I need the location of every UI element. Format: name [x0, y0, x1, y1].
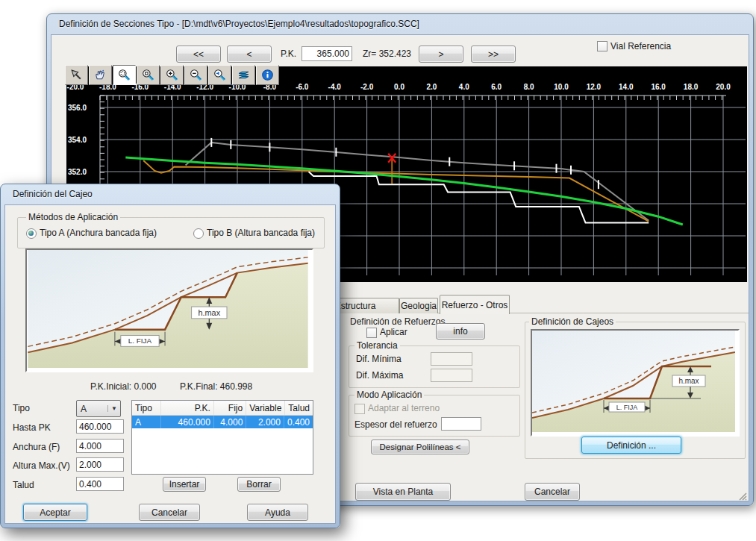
cell-talud: 0.400 [284, 416, 313, 428]
cell-fijo: 4.000 [214, 416, 246, 428]
pk-input[interactable]: 365.000 [302, 46, 352, 61]
svg-text:2.0: 2.0 [426, 83, 437, 91]
main-window-titlebar[interactable]: Definición de Secciones Tipo - [D:\mdt\v… [47, 14, 753, 34]
tipo-combobox-value: A [77, 404, 107, 414]
vial-referencia-checkbox[interactable] [597, 41, 607, 51]
svg-text:-6.0: -6.0 [296, 83, 309, 91]
cajeo-hmax-label: h.max [199, 308, 221, 317]
tab-refuerzo-otros-label: Refuerzo - Otros [442, 300, 508, 310]
anchura-label: Anchura (F) [13, 442, 60, 452]
espesor-refuerzo-field[interactable] [441, 417, 481, 431]
modo-aplicacion-group-label: Modo Aplicación [354, 390, 424, 400]
svg-text:6.0: 6.0 [491, 83, 502, 91]
col-variable[interactable]: Variable [246, 401, 285, 415]
aceptar-button[interactable]: Aceptar [23, 504, 87, 521]
svg-text:12.0: 12.0 [587, 83, 602, 91]
pk-last-button[interactable]: >> [471, 46, 516, 63]
hasta-pk-label: Hasta PK [13, 422, 51, 433]
insertar-button[interactable]: Insertar [163, 477, 206, 492]
modo-aplicacion-group [349, 395, 520, 437]
aplicar-checkbox[interactable] [366, 328, 377, 338]
col-tipo[interactable]: Tipo [132, 401, 161, 415]
tipo-a-radio[interactable] [26, 228, 37, 239]
svg-text:354.0: 354.0 [68, 136, 87, 144]
select-arrow-icon[interactable] [65, 65, 88, 85]
dialog-cancelar-button[interactable]: Cancelar [139, 504, 200, 521]
zoom-window-icon[interactable] [113, 65, 136, 85]
hasta-pk-field[interactable]: 460.000 [76, 419, 124, 434]
cajeo-table[interactable]: Tipo P.K. Fijo Variable Talud A 460.000 … [131, 400, 313, 475]
adaptar-terreno-checkbox[interactable] [354, 404, 365, 414]
info-icon[interactable] [256, 65, 279, 85]
tipo-label: Tipo [13, 403, 30, 413]
svg-text:356.0: 356.0 [68, 104, 87, 112]
talud-label: Talud [13, 480, 34, 490]
pk-label: P.K. [281, 49, 296, 59]
ayuda-button[interactable]: Ayuda [247, 504, 308, 521]
cajeos-preview-image: h.max L. FIJA [531, 329, 740, 437]
tipo-a-label: Tipo A (Anchura bancada fija) [40, 228, 157, 238]
svg-text:20.0: 20.0 [716, 83, 731, 91]
svg-text:-2.0: -2.0 [360, 83, 374, 91]
zoom-out-icon[interactable] [184, 65, 207, 85]
borrar-button[interactable]: Borrar [237, 477, 281, 492]
vista-en-planta-button[interactable]: Vista en Planta [355, 483, 451, 501]
cajeos-group-label: Definición de Cajeos [529, 316, 616, 327]
cajeos-hmax-label: h.max [678, 377, 699, 385]
anchura-field[interactable]: 4.000 [76, 439, 124, 453]
svg-text:352.0: 352.0 [68, 168, 87, 176]
cajeos-lfija-label: L. FIJA [616, 404, 638, 411]
espesor-refuerzo-label: Espesor del refuerzo [354, 419, 437, 430]
svg-text:14.0: 14.0 [619, 83, 634, 91]
col-pk[interactable]: P.K. [161, 401, 213, 415]
tab-geologia[interactable]: Geologia [399, 298, 438, 313]
tolerancia-group-label: Tolerancia [354, 340, 400, 351]
pk-next-button[interactable]: > [419, 46, 463, 63]
altura-max-field[interactable]: 2.000 [76, 457, 124, 472]
definicion-button[interactable]: Definición ... [581, 437, 681, 454]
main-cancelar-button[interactable]: Cancelar [525, 483, 580, 501]
altura-max-label: Altura Max.(V) [13, 460, 70, 471]
svg-text:10.0: 10.0 [554, 83, 569, 91]
layers-icon[interactable] [232, 65, 255, 85]
zoom-extents-icon[interactable] [137, 65, 160, 85]
chevron-down-icon: ▼ [107, 405, 120, 412]
designar-polilineas-button[interactable]: Designar Polilíneas < [371, 440, 469, 454]
svg-text:4.0: 4.0 [459, 83, 469, 91]
dif-minima-label: Dif. Mínima [356, 354, 402, 364]
cajeo-diagram-image: h.max L. FIJA [25, 248, 313, 372]
dif-maxima-label: Dif. Máxima [356, 370, 403, 381]
vial-referencia-label: Vial Referencia [610, 41, 671, 51]
tipo-combobox[interactable]: A ▼ [76, 400, 121, 417]
tipo-b-radio[interactable] [193, 228, 204, 239]
tipo-b-label: Tipo B (Altura bancada fija) [207, 228, 315, 238]
adaptar-terreno-label: Adaptar al terreno [368, 403, 440, 413]
pan-hand-icon[interactable] [89, 65, 112, 85]
svg-text:-4.0: -4.0 [328, 83, 342, 91]
pk-prev-button[interactable]: < [227, 46, 272, 63]
cajeo-dialog-titlebar[interactable]: Definición del Cajeo [1, 184, 340, 204]
tab-geologia-label: Geologia [401, 301, 437, 311]
col-fijo[interactable]: Fijo [214, 401, 246, 415]
cell-pk: 460.000 [161, 416, 214, 428]
cajeo-lfija-label: L. FIJA [128, 337, 152, 345]
resize-grip[interactable] [738, 492, 748, 501]
aplicar-label: Aplicar [380, 327, 407, 337]
talud-field[interactable]: 0.400 [76, 477, 124, 491]
cajeo-dialog: Definición del Cajeo Métodos de Aplicaci… [0, 184, 340, 528]
table-row-selected[interactable]: A 460.000 4.000 2.000 0.400 [132, 416, 313, 428]
chart-toolbar [65, 65, 279, 85]
dif-maxima-field[interactable] [431, 369, 472, 382]
zoom-previous-icon[interactable] [208, 65, 231, 85]
svg-text:8.0: 8.0 [524, 83, 534, 91]
col-talud[interactable]: Talud [285, 401, 313, 415]
pk-first-button[interactable]: << [176, 46, 221, 63]
dif-minima-field[interactable] [431, 352, 472, 366]
cajeo-table-header: Tipo P.K. Fijo Variable Talud [132, 401, 313, 416]
info-button[interactable]: info [436, 323, 485, 340]
zoom-in-icon[interactable] [160, 65, 184, 85]
tab-refuerzo-otros[interactable]: Refuerzo - Otros [440, 295, 510, 314]
cell-tipo: A [132, 416, 161, 428]
metodos-group-label: Métodos de Aplicación [26, 212, 120, 222]
svg-text:0.0: 0.0 [394, 83, 404, 91]
